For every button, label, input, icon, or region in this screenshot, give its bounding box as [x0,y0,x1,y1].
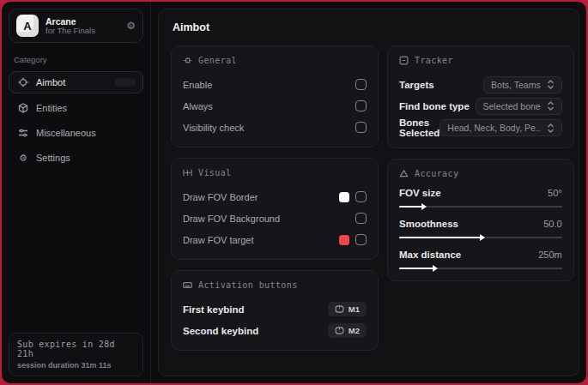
sidebar-item-aimbot[interactable]: Aimbot [9,71,143,93]
chevrons-up-down-icon [547,101,555,111]
general-row-always: Always [183,96,367,116]
fov-size-slider[interactable] [399,206,562,208]
sidebar-item-label: Aimbot [36,77,65,87]
mouse-icon [335,305,344,313]
row-label: Enable [183,80,212,90]
fov-target-color-swatch[interactable] [339,235,349,245]
second-keybind-button[interactable]: M2 [328,323,367,338]
first-keybind-value: M1 [349,304,360,314]
general-icon [183,56,192,65]
activation-card: Activation buttons First keybind M1 Seco… [171,270,379,351]
row-label: Visibility check [183,123,244,133]
first-keybind-button[interactable]: M1 [328,302,367,316]
row-label: Max distance [399,250,461,260]
row-label: First keybind [183,304,245,315]
sliders-icon [18,128,28,138]
tracker-row-targets: Targets Bots, Teams [399,75,562,94]
general-row-visibility: Visibility check [183,117,367,137]
fov-border-color-swatch[interactable] [339,192,349,202]
visual-card-title: Visual [198,168,232,177]
row-label: Find bone type [399,101,470,111]
sidebar-spacer [9,172,143,333]
fov-size-block: FOV size 50° [399,188,562,208]
sidebar-item-entities[interactable]: Entities [9,98,143,118]
brand-name: Arcane [45,16,119,27]
row-label: Bones Selected [399,117,439,138]
tracker-card: Tracker Targets Bots, Teams Find bone ty… [387,45,574,148]
general-row-enable: Enable [183,75,367,94]
app-window: A Arcane for The Finals ⚙ Category Aimbo… [2,2,586,383]
sub-expiry-text: Sub expires in 28d 21h [17,340,135,358]
keyboard-icon [183,280,192,290]
fov-target-checkbox[interactable] [355,234,367,245]
session-duration-text: session duration 31m 11s [17,361,135,370]
brand-logo: A [16,15,39,37]
accuracy-icon [399,169,409,178]
bones-selected-value: Head, Neck, Body, Pe.. [447,123,540,133]
sidebar-item-label: Settings [36,153,70,163]
accuracy-card: Accuracy FOV size 50° Smoothness [387,159,574,281]
max-distance-block: Max distance 250m [399,250,562,269]
general-card-title: General [198,56,237,65]
activation-row-first: First keybind M1 [183,299,367,319]
general-card: General Enable Always Visibility check [171,45,379,147]
left-column: General Enable Always Visibility check [171,45,379,361]
smoothness-value: 50.0 [543,219,561,229]
brand-card: A Arcane for The Finals ⚙ [9,9,143,43]
targets-dropdown[interactable]: Bots, Teams [483,76,562,93]
visual-row-fov-background: Draw FOV Background [183,208,367,228]
tracker-row-bones-selected: Bones Selected Head, Neck, Body, Pe.. [399,117,562,138]
smoothness-block: Smoothness 50.0 [399,219,562,238]
aimbot-keybind-hint [115,78,136,87]
activation-card-title: Activation buttons [198,280,298,290]
chevrons-up-down-icon [547,80,555,89]
sidebar: A Arcane for The Finals ⚙ Category Aimbo… [2,2,151,383]
mouse-icon [335,327,344,334]
row-label: Draw FOV Background [183,214,280,224]
max-distance-slider[interactable] [399,268,562,269]
tracker-row-bone-type: Find bone type Selected bone [399,96,562,116]
tracker-card-title: Tracker [415,56,453,65]
subscription-status-card: Sub expires in 28d 21h session duration … [9,333,143,376]
find-bone-type-value: Selected bone [483,101,541,111]
smoothness-slider[interactable] [399,237,562,238]
tracker-icon [399,56,409,65]
accuracy-card-title: Accuracy [415,169,458,178]
row-label: FOV size [399,188,441,198]
targets-value: Bots, Teams [491,80,541,90]
always-checkbox[interactable] [355,100,367,111]
row-label: Draw FOV Border [183,192,258,202]
row-label: Second keybind [183,326,258,336]
right-column: Tracker Targets Bots, Teams Find bone ty… [387,45,574,292]
slider-fill [399,237,481,238]
fov-background-checkbox[interactable] [355,213,367,224]
crosshair-icon [18,77,28,87]
row-label: Smoothness [399,219,458,229]
sidebar-item-settings[interactable]: ⚙ Settings [9,147,143,168]
fov-border-checkbox[interactable] [355,191,367,202]
visual-row-fov-border: Draw FOV Border [183,187,367,207]
brand-subtitle: for The Finals [45,27,119,36]
row-label: Draw FOV target [183,235,254,245]
find-bone-type-dropdown[interactable]: Selected bone [476,98,562,115]
brand-text: Arcane for The Finals [45,16,119,36]
cube-icon [18,103,28,113]
visual-icon [183,168,192,177]
activation-row-second: Second keybind M2 [183,321,367,340]
page-title: Aimbot [173,21,565,33]
visual-card: Visual Draw FOV Border Draw FOV Backgrou… [171,158,379,260]
row-label: Targets [399,80,434,90]
settings-gear-icon[interactable]: ⚙ [126,20,136,32]
enable-checkbox[interactable] [355,79,367,90]
visual-row-fov-target: Draw FOV target [183,230,367,250]
sidebar-item-miscellaneous[interactable]: Miscellaneous [9,123,143,143]
chevrons-up-down-icon [547,123,555,133]
gear-icon: ⚙ [18,153,28,163]
main-panel: Aimbot General Enable Always [158,9,579,376]
visibility-check-checkbox[interactable] [355,122,367,133]
second-keybind-value: M2 [349,326,360,335]
bones-selected-dropdown[interactable]: Head, Neck, Body, Pe.. [439,119,561,136]
slider-fill [399,206,422,208]
max-distance-value: 250m [538,250,562,260]
sidebar-item-label: Entities [36,103,67,113]
